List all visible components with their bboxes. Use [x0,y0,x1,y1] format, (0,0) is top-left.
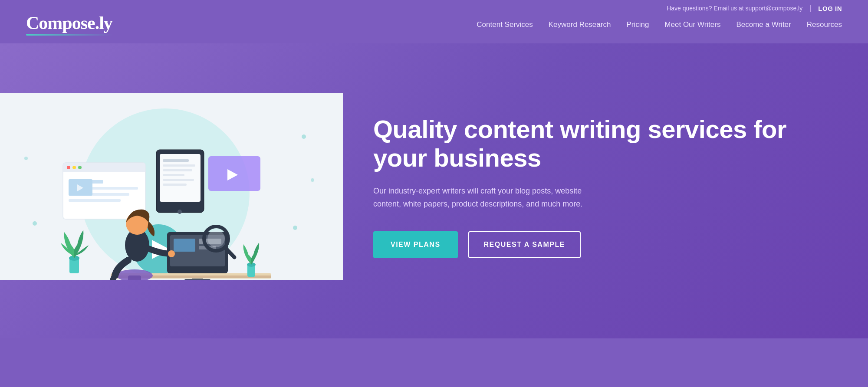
hero-subtext: Our industry-expert writers will craft y… [373,185,599,210]
svg-point-48 [168,250,175,257]
hero-buttons: VIEW PLANS REQUEST A SAMPLE [373,231,825,258]
svg-rect-43 [128,275,141,280]
svg-point-5 [24,157,28,160]
svg-point-27 [178,210,182,214]
header: Compose.ly Content Services Keyword Rese… [0,14,868,43]
svg-rect-23 [163,169,192,171]
top-bar: Have questions? Email us at support@comp… [0,0,868,14]
main-nav: Content Services Keyword Research Pricin… [477,20,842,29]
request-sample-button[interactable]: REQUEST A SAMPLE [468,231,581,258]
svg-rect-26 [163,184,187,186]
contact-text: Have questions? Email us at support@comp… [667,5,802,12]
nav-item-resources[interactable]: Resources [807,20,842,29]
hero-section: Quality content writing services for you… [0,43,868,338]
svg-rect-16 [69,199,121,202]
logo-text: Compose.ly [26,13,112,33]
nav-item-become-writer[interactable]: Become a Writer [736,20,791,29]
svg-rect-22 [163,164,195,167]
login-link[interactable]: LOG IN [818,5,842,12]
nav-item-meet-writers[interactable]: Meet Our Writers [664,20,720,29]
hero-illustration [0,93,343,280]
view-plans-button[interactable]: VIEW PLANS [373,231,458,258]
nav-item-pricing[interactable]: Pricing [626,20,649,29]
svg-point-55 [207,230,225,247]
svg-point-4 [293,226,297,230]
svg-rect-39 [184,279,210,280]
nav-item-content-services[interactable]: Content Services [477,20,533,29]
svg-point-2 [302,134,306,139]
svg-point-11 [72,166,76,169]
svg-rect-24 [163,174,184,176]
svg-point-10 [67,166,70,169]
hero-content: Quality content writing services for you… [343,115,842,259]
divider: | [809,4,811,12]
hero-heading: Quality content writing services for you… [373,115,825,173]
svg-point-12 [78,166,82,169]
svg-point-6 [33,221,37,226]
logo[interactable]: Compose.ly [26,14,112,36]
logo-underline [26,34,112,36]
svg-rect-35 [174,239,195,252]
nav-item-keyword-research[interactable]: Keyword Research [549,20,611,29]
svg-rect-21 [163,159,189,162]
svg-point-3 [311,178,314,182]
svg-rect-25 [163,179,194,181]
